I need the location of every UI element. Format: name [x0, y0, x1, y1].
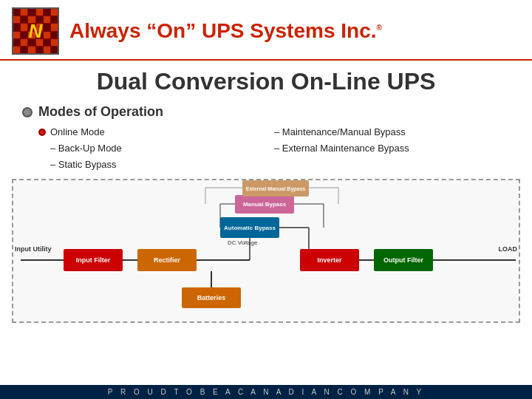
ext-manual-bypass-box: External Manual Bypass	[242, 180, 309, 197]
modes-col-right: – Maintenance/Manual Bypass – External M…	[274, 124, 510, 173]
page-title: Dual Conversion On-Line UPS	[0, 68, 532, 95]
input-utility-label: Input Utility	[15, 245, 52, 253]
modes-section: Modes of Operation Online Mode – Back-Up…	[0, 100, 532, 176]
modes-heading: Modes of Operation	[22, 104, 510, 120]
mode-item-static-bypass: – Static Bypass	[38, 157, 274, 173]
footer: P R O U D T O B E A C A N A D I A N C O …	[0, 385, 532, 399]
company-logo: N	[12, 7, 59, 55]
batteries-box: Batteries	[182, 287, 241, 308]
page-title-section: Dual Conversion On-Line UPS	[0, 61, 532, 100]
modes-list: Online Mode – Back-Up Mode – Static Bypa…	[38, 124, 510, 173]
output-filter-box: Output Filter	[374, 249, 433, 271]
ext-maintenance-bypass-label: – External Maintenance Bypass	[274, 140, 409, 157]
mode-item-online: Online Mode	[38, 124, 274, 140]
mode-item-ext-maintenance: – External Maintenance Bypass	[274, 140, 510, 157]
auto-bypass-box: Automatic Bypass	[220, 217, 279, 238]
modes-heading-text: Modes of Operation	[38, 104, 163, 120]
mode-item-backup: – Back-Up Mode	[38, 140, 274, 157]
maintenance-bypass-label: – Maintenance/Manual Bypass	[274, 124, 406, 140]
backup-mode-label: – Back-Up Mode	[50, 140, 122, 157]
static-bypass-label: – Static Bypass	[50, 157, 117, 173]
company-name: Always “On” UPS Systems Inc.®	[69, 19, 382, 43]
dc-voltage-label: DC Voltage	[228, 239, 257, 246]
footer-text: P R O U D T O B E A C A N A D I A N C O …	[108, 388, 425, 396]
modes-bullet	[22, 107, 33, 117]
header: N Always “On” UPS Systems Inc.®	[0, 0, 532, 61]
input-filter-box: Input Filter	[64, 249, 123, 271]
modes-col-left: Online Mode – Back-Up Mode – Static Bypa…	[38, 124, 274, 173]
online-mode-bullet	[38, 129, 46, 136]
load-label: LOAD	[499, 245, 518, 253]
online-mode-label: Online Mode	[50, 124, 105, 140]
manual-bypass-box: Manual Bypass	[235, 195, 294, 214]
inverter-box: Inverter	[300, 249, 359, 271]
registered-symbol: ®	[377, 24, 382, 32]
logo-letter: N	[29, 20, 43, 43]
mode-item-maintenance: – Maintenance/Manual Bypass	[274, 124, 510, 140]
diagram-area: Input Utility LOAD DC Voltage Input Filt…	[12, 179, 520, 323]
rectifier-box: Rectifier	[137, 249, 197, 271]
